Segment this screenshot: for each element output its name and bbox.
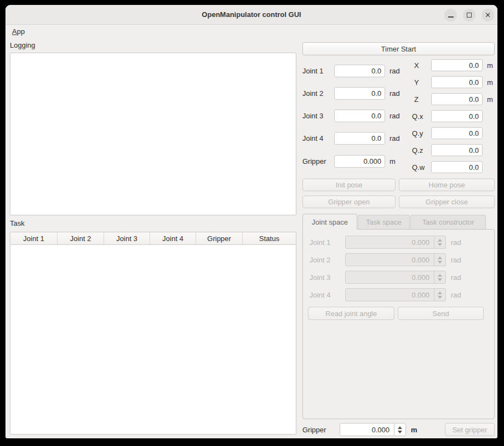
column-header-joint1[interactable]: Joint 1 [10, 232, 58, 244]
js-joint1-unit: rad [451, 236, 461, 249]
joint4-readout-unit: rad [390, 132, 400, 145]
gripper-set-spinbox[interactable]: 0.000 [340, 423, 406, 436]
joint4-readout-label: Joint 4 [302, 132, 323, 145]
minimize-icon [448, 16, 454, 18]
spin-down-icon [398, 431, 402, 433]
gripper-set-value: 0.000 [371, 426, 392, 434]
tab-task-space[interactable]: Task space [358, 215, 410, 229]
js-joint1-value: 0.000 [411, 238, 432, 247]
joint3-readout-label: Joint 3 [302, 110, 323, 122]
spin-down-icon [438, 296, 442, 299]
gripper-readout-field[interactable]: 0.000 [334, 155, 385, 168]
maximize-icon [467, 13, 472, 18]
x-unit: m [487, 59, 493, 71]
js-joint1-label: Joint 1 [310, 236, 330, 249]
window-controls: ✕ [444, 9, 494, 21]
read-joint-angle-button[interactable]: Read joint angle [308, 307, 394, 320]
js-joint4-unit: rad [451, 288, 461, 301]
joint1-readout-unit: rad [390, 65, 400, 77]
joint3-readout-field[interactable]: 0.0 [334, 110, 385, 122]
qy-label: Q.y [412, 127, 423, 139]
qz-label: Q.z [412, 144, 423, 156]
js-joint3-unit: rad [451, 271, 461, 284]
send-button[interactable]: Send [398, 307, 484, 320]
y-label: Y [414, 76, 419, 88]
init-pose-button[interactable]: Init pose [302, 179, 396, 191]
qz-field[interactable]: 0.0 [431, 144, 483, 156]
gripper-set-unit: m [411, 423, 417, 436]
column-header-joint3[interactable]: Joint 3 [104, 232, 150, 244]
spin-down-icon [438, 243, 442, 246]
z-unit: m [487, 93, 493, 105]
task-table[interactable]: Joint 1 Joint 2 Joint 3 Joint 4 Gripper … [10, 232, 296, 434]
spin-up-icon [398, 426, 402, 429]
js-joint2-value: 0.000 [411, 256, 432, 264]
joint1-readout-label: Joint 1 [302, 65, 323, 77]
column-header-gripper[interactable]: Gripper [196, 232, 243, 244]
js-joint2-label: Joint 2 [310, 253, 330, 266]
home-pose-button[interactable]: Home pose [399, 179, 495, 191]
logging-label: Logging [10, 40, 35, 50]
task-table-body[interactable] [10, 245, 296, 434]
js-joint2-unit: rad [451, 253, 461, 266]
menubar: App [5, 25, 497, 37]
qy-field[interactable]: 0.0 [431, 127, 483, 139]
tab-joint-space[interactable]: Joint space [302, 214, 357, 230]
x-label: X [414, 59, 419, 71]
joint2-readout-label: Joint 2 [302, 87, 323, 100]
column-header-joint2[interactable]: Joint 2 [58, 232, 104, 244]
window-title: OpenManipulator control GUI [202, 10, 301, 19]
timer-start-button[interactable]: Timer Start [302, 42, 495, 55]
js-joint1-spin-buttons[interactable] [434, 236, 445, 248]
joint2-readout-field[interactable]: 0.0 [334, 87, 385, 100]
titlebar[interactable]: OpenManipulator control GUI ✕ [5, 5, 497, 25]
js-joint1-spinbox[interactable]: 0.000 [345, 236, 446, 249]
spin-up-icon [438, 274, 442, 277]
spin-down-icon [438, 278, 442, 281]
joint3-readout-unit: rad [390, 110, 400, 122]
js-joint4-spinbox[interactable]: 0.000 [345, 288, 446, 301]
qw-label: Q.w [412, 161, 425, 173]
column-header-joint4[interactable]: Joint 4 [150, 232, 196, 244]
z-field[interactable]: 0.0 [431, 93, 483, 105]
minimize-button[interactable] [444, 9, 457, 21]
js-joint2-spin-buttons[interactable] [434, 254, 445, 266]
spin-up-icon [438, 256, 442, 259]
task-table-header: Joint 1 Joint 2 Joint 3 Joint 4 Gripper … [10, 232, 296, 245]
x-field[interactable]: 0.0 [431, 59, 483, 71]
column-header-status[interactable]: Status [243, 232, 296, 244]
spin-up-icon [438, 291, 442, 294]
set-gripper-button[interactable]: Set gripper [445, 423, 495, 436]
y-unit: m [487, 76, 493, 88]
menu-item-app[interactable]: App [12, 27, 25, 36]
js-joint3-spin-buttons[interactable] [434, 271, 445, 283]
z-label: Z [414, 93, 419, 105]
maximize-button[interactable] [463, 9, 476, 21]
gripper-open-button[interactable]: Gripper open [302, 196, 396, 208]
joint2-readout-unit: rad [390, 87, 400, 100]
js-joint4-value: 0.000 [411, 291, 432, 299]
tab-task-constructor[interactable]: Task constructor [410, 215, 486, 229]
qx-field[interactable]: 0.0 [431, 110, 483, 122]
js-joint4-label: Joint 4 [310, 288, 330, 301]
js-joint2-spinbox[interactable]: 0.000 [345, 253, 446, 266]
js-joint3-value: 0.000 [411, 273, 432, 282]
gripper-readout-unit: m [390, 155, 396, 168]
y-field[interactable]: 0.0 [431, 76, 483, 88]
qw-field[interactable]: 0.0 [431, 161, 483, 173]
app-window: OpenManipulator control GUI ✕ App Loggin… [5, 5, 497, 438]
joint4-readout-field[interactable]: 0.0 [334, 132, 385, 145]
close-button[interactable]: ✕ [482, 9, 494, 21]
gripper-set-label: Gripper [302, 423, 326, 436]
logging-textarea[interactable] [10, 53, 296, 215]
joint1-readout-field[interactable]: 0.0 [334, 65, 385, 77]
close-icon: ✕ [485, 12, 491, 19]
js-joint3-label: Joint 3 [310, 271, 330, 284]
gripper-set-spin-buttons[interactable] [394, 424, 405, 436]
gripper-close-button[interactable]: Gripper close [399, 196, 495, 208]
gripper-readout-label: Gripper [302, 155, 326, 168]
js-joint3-spinbox[interactable]: 0.000 [345, 271, 446, 284]
spin-down-icon [438, 261, 442, 264]
qx-label: Q.x [412, 110, 423, 122]
js-joint4-spin-buttons[interactable] [434, 289, 445, 301]
